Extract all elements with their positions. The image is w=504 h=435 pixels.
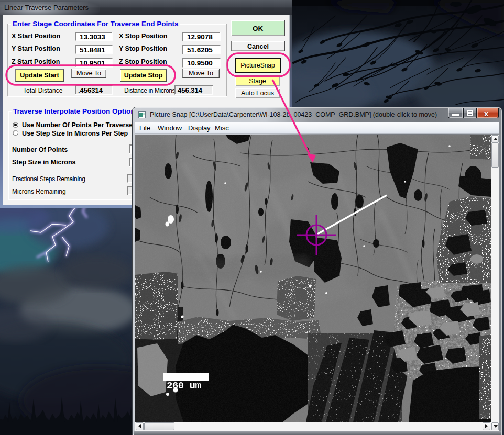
svg-text:260 um: 260 um (167, 380, 201, 392)
